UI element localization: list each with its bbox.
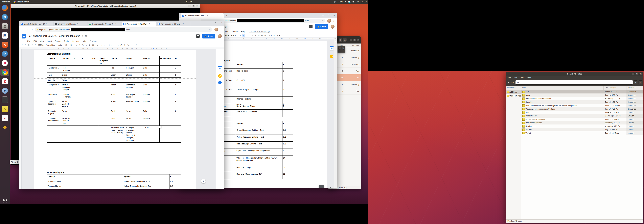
- minimize-icon[interactable]: —: [188, 4, 191, 7]
- modified-column-header[interactable]: Modified: [343, 44, 361, 46]
- list-view-icon[interactable]: ☰: [343, 38, 347, 42]
- doc-table[interactable]: r Arrow 6 nnector Arrow with Dashed Line…: [221, 102, 293, 117]
- new-tab-button[interactable]: +: [191, 22, 195, 26]
- bookmark-star-icon[interactable]: ☆: [209, 28, 211, 30]
- activities-button[interactable]: Activities: [0, 1, 12, 3]
- font-select[interactable]: Arial ▾: [231, 34, 236, 36]
- close-icon[interactable]: ✕: [207, 15, 208, 17]
- highlight-button[interactable]: ✎: [255, 34, 256, 36]
- maximize-icon[interactable]: ▢: [328, 14, 329, 16]
- bookmark-star-icon[interactable]: ☆: [322, 19, 324, 22]
- help-icon[interactable]: ?: [0, 50, 9, 57]
- scroll-widget[interactable]: ◆: [319, 185, 324, 188]
- vertical-ruler[interactable]: 123456789101112131415: [19, 49, 22, 189]
- insert-image-icon[interactable]: ▦ ▾: [264, 34, 268, 36]
- maximize-icon[interactable]: ▢: [636, 72, 638, 75]
- menu-item[interactable]: Edit: [34, 40, 37, 42]
- font-size-select[interactable]: 11 ▾: [238, 34, 241, 36]
- notebooks-header[interactable]: Notebooks: [506, 86, 521, 90]
- doc-table[interactable]: Symbol ID Green Rectangle Outline + Text…: [221, 121, 293, 179]
- slack-tray-icon[interactable]: [348, 1, 350, 3]
- chevron-down-icon[interactable]: ▾: [366, 1, 366, 2]
- move-folder-icon[interactable]: ▨: [85, 35, 87, 37]
- zotero-icon[interactable]: Z: [0, 78, 9, 85]
- table-row[interactable]: Diamond (Square rotated 45°) 12: [221, 172, 293, 179]
- text-color-button[interactable]: A: [79, 44, 80, 46]
- ruler-marker-icon[interactable]: [134, 48, 136, 49]
- clear-formatting-icon[interactable]: ✗: [120, 44, 122, 46]
- explore-icon[interactable]: ✦: [201, 179, 206, 183]
- insert-comment-icon[interactable]: ⊞: [261, 34, 263, 36]
- document-canvas[interactable]: Brainstorming Diagram: Concept Symbol X …: [22, 49, 216, 189]
- table-row[interactable]: ion) Cyan Filled Rectangle with left par…: [221, 149, 293, 156]
- menu-item[interactable]: Format: [55, 40, 61, 42]
- app-menu[interactable]: Google Chrome: [16, 1, 30, 3]
- insert-comment-icon[interactable]: ⊞: [89, 44, 90, 46]
- ubuntu-software-icon[interactable]: A: [0, 41, 9, 48]
- font-select[interactable]: Arial ▾: [58, 44, 64, 46]
- note-editor-tray-icon[interactable]: ✎: [334, 1, 337, 3]
- menu-item[interactable]: Tools: [520, 76, 524, 79]
- menu-item[interactable]: Tools: [224, 30, 229, 33]
- show-applications-icon[interactable]: [3, 199, 7, 203]
- notebook-item[interactable]: All Notes: [506, 90, 521, 94]
- browser-tab[interactable]: 19 Google Calendar - July 20 ✕: [19, 21, 54, 26]
- saving-status[interactable]: Saving...: [90, 40, 97, 42]
- bold-button[interactable]: B: [242, 34, 245, 37]
- last-edit-status[interactable]: Last edit was 2 days ago: [249, 30, 270, 33]
- note-column-header[interactable]: Note: [521, 86, 604, 90]
- italic-button[interactable]: I: [247, 34, 247, 36]
- browser-menu-icon[interactable]: ⋮: [333, 19, 335, 22]
- menu-item[interactable]: Add-ons: [72, 40, 79, 42]
- note-row[interactable]: Physics of Notations Framework Yesterday…: [521, 97, 643, 100]
- more-icon[interactable]: ⋯: [274, 34, 275, 36]
- move-folder-icon[interactable]: ▨: [225, 25, 226, 28]
- print-icon[interactable]: ⊟: [28, 44, 30, 46]
- volume-muted-icon[interactable]: ◄×: [356, 1, 359, 3]
- outdent-icon[interactable]: ⇤: [114, 44, 115, 46]
- browser-menu-icon[interactable]: ⋮: [220, 28, 222, 31]
- note-row[interactable]: VizDeck July 13, 9:54 PM 1 match: [521, 128, 643, 131]
- note-row[interactable]: Visualisation Recommender Systems July 1…: [521, 107, 643, 111]
- back-icon[interactable]: ←: [22, 28, 24, 31]
- menu-item[interactable]: Tools: [64, 40, 69, 42]
- vmware-player-icon[interactable]: ✥: [0, 124, 9, 131]
- table-row[interactable]: Task (layer 3) Yellow elongated Octagon …: [47, 82, 181, 92]
- note-row[interactable]: VizNet July 12, 10:45 AM 1 match: [521, 131, 643, 135]
- ruler-marker-icon[interactable]: [305, 38, 306, 39]
- avatar[interactable]: [214, 27, 218, 31]
- tasks-icon[interactable]: ✓: [218, 81, 222, 84]
- note-row[interactable]: Reading List Yesterday, 9:21 PM 1 match: [521, 125, 643, 128]
- table-row[interactable]: Peach Rectangle 11: [221, 165, 293, 172]
- note-row[interactable]: Uber's Autonomous Visualization System: …: [521, 104, 643, 107]
- document-viewer-icon[interactable]: e: [0, 115, 9, 122]
- scrollbar[interactable]: ▲: [334, 39, 337, 188]
- redo-icon[interactable]: ↷: [24, 44, 26, 46]
- close-icon[interactable]: ✕: [639, 72, 642, 75]
- menu-item[interactable]: View: [40, 40, 44, 42]
- more-icon[interactable]: ⋯: [132, 44, 134, 46]
- search-input[interactable]: apt: [515, 80, 633, 85]
- maximize-icon[interactable]: ▢: [353, 39, 356, 41]
- borders-icon[interactable]: ◨: [124, 44, 126, 46]
- minimize-icon[interactable]: —: [209, 22, 211, 24]
- menu-item[interactable]: Help: [527, 76, 531, 79]
- process-table[interactable]: Concept Symbol ID Business Layer Green R…: [47, 174, 181, 189]
- libreoffice-writer-icon[interactable]: ▤: [0, 32, 9, 39]
- close-icon[interactable]: ✕: [333, 14, 335, 16]
- thunderbird-icon[interactable]: ✉: [0, 14, 9, 20]
- spellcheck-icon[interactable]: ✓: [31, 44, 33, 46]
- calendar-icon[interactable]: 31: [330, 46, 334, 50]
- insert-link-icon[interactable]: ∞: [258, 34, 260, 36]
- table-row[interactable]: er Red Rectangle Outline + Text 8.3: [221, 142, 293, 149]
- zoom-select[interactable]: 100% ▾: [38, 44, 44, 46]
- bold-button[interactable]: B: [70, 44, 72, 46]
- files-icon[interactable]: ▤: [0, 23, 9, 30]
- indent-icon[interactable]: ⇥: [117, 44, 118, 46]
- table-row[interactable]: nnector Arrow with Dashed Line 7: [221, 110, 293, 117]
- clock[interactable]: Fri 11:30: [185, 1, 192, 3]
- close-icon[interactable]: ✕: [342, 47, 345, 49]
- document-page[interactable]: Brainstorming Diagram: Concept Symbol X …: [34, 50, 196, 189]
- maximize-icon[interactable]: ▢: [192, 4, 195, 7]
- calendar-icon[interactable]: 31: [218, 66, 222, 71]
